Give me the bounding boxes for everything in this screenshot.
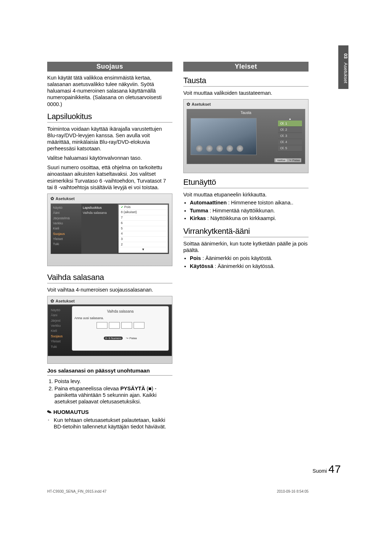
- virta-item-pois: Pois : Äänimerkki on pois käytöstä.: [190, 255, 309, 262]
- heading-vaihda-salasana: Vaihda salasana: [47, 273, 172, 282]
- shot2-pin-boxes: [74, 322, 166, 329]
- shot1-title: ✿Asetukset: [48, 194, 172, 202]
- shot2-nav: Näyttö Ääni Järjest Verkko Kieli Suojaus…: [51, 306, 72, 351]
- lapsiluokitus-p1: Toimintoa voidaan käyttää ikärajalla var…: [47, 126, 172, 152]
- suojaus-intro: Kun käytät tätä valikkoa ensimmäistä ker…: [47, 74, 172, 107]
- chapter-number: 03: [343, 53, 348, 58]
- heading-virrankytkenta: Virrankytkentä-ääni: [183, 227, 309, 236]
- shot1-dropdown: Pois 8 (aikuiset) 7 6 5 4 3 2 ▼: [118, 204, 168, 253]
- shot2-panel: Vaihda salasana Anna uusi salasana. 0~9 …: [72, 306, 169, 351]
- rule: [47, 375, 172, 376]
- shot3-preview: [191, 118, 257, 155]
- forgot-password-steps: Poista levy. Paina etupaneelissa olevaa …: [47, 378, 172, 405]
- lapsiluokitus-p2: Valitse haluamasi käytönvalvonnan taso.: [47, 155, 172, 161]
- print-footer: HT-C9930_SENA_FIN_0915.indd 47 2010-09-1…: [47, 489, 309, 493]
- shot3-home-icons: [196, 145, 243, 152]
- section-bar-suojaus: Suojaus: [47, 62, 172, 72]
- shot3-title: ✿Asetukset: [184, 99, 308, 107]
- heading-unohtunut: Jos salasanasi on päässyt unohtumaan: [47, 367, 172, 374]
- shot1-mid: Lapsiluokitus Vaihda salasana: [81, 204, 118, 254]
- virta-p: Soittaa äänimerkin, kun tuote kytketään …: [183, 240, 309, 253]
- right-column: Yleiset Tausta Voit muuttaa valikoiden t…: [183, 62, 309, 430]
- screenshot-lapsiluokitus: ✿Asetukset Näyttö Ääni Järjestelmä Verkk…: [47, 194, 172, 266]
- note-heading: ✎HUOMAUTUS: [47, 409, 172, 415]
- heading-lapsiluokitus: Lapsiluokitus: [47, 112, 172, 121]
- tausta-p: Voit muuttaa valikoiden taustateeman.: [183, 90, 309, 96]
- note-icon: ✎: [46, 408, 53, 416]
- shot2-panel-title: Vaihda salasana: [74, 309, 166, 316]
- shot2-sub: Anna uusi salasana.: [74, 316, 166, 320]
- rule: [47, 122, 172, 123]
- shot3-option-list: ▲ Ol. 1 Ol. 2 Ol. 3 Ol. 4 Ol. 5: [278, 117, 302, 151]
- note-body: Kun tehtaan oletusasetukset palautetaan,…: [47, 417, 172, 430]
- print-footer-right: 2010-09-16 8:54:05: [277, 489, 309, 493]
- etun-item-kirkas: Kirkas : Näyttöikkuna on kirkkaampi.: [190, 215, 309, 222]
- step-1: Poista levy.: [54, 378, 172, 385]
- shot1-nav: Näyttö Ääni Järjestelmä Verkko Kieli Suo…: [51, 204, 81, 254]
- heading-etunaytto: Etunäyttö: [183, 178, 309, 187]
- etunaytto-p: Voit muuttaa etupaneelin kirkkautta.: [183, 191, 309, 198]
- page-footer: Suomi 47: [313, 463, 341, 475]
- rule: [47, 283, 172, 284]
- screenshot-vaihda-salasana: ✿Asetukset Näyttö Ääni Järjest Verkko Ki…: [47, 296, 172, 364]
- shot2-title: ✿Asetukset: [48, 296, 172, 304]
- gear-icon: ✿: [50, 298, 54, 304]
- shot2-buttons: 0~9 Numero ↪ Palaa: [74, 337, 166, 340]
- virta-list: Pois : Äänimerkki on pois käytöstä. Käyt…: [183, 255, 309, 270]
- etun-item-auto: Automaattinen : Himmenee toiston aikana.…: [190, 199, 309, 207]
- gear-icon: ✿: [187, 102, 190, 107]
- chapter-tab: 03 Asetukset: [338, 45, 348, 89]
- section-bar-yleiset: Yleiset: [183, 62, 309, 72]
- footer-lang: Suomi: [313, 468, 327, 474]
- screenshot-tausta: ✿Asetukset Tausta ▲ Ol. 1 Ol. 2 Ol. 3 Ol…: [183, 99, 309, 173]
- page-content: Suojaus Kun käytät tätä valikkoa ensimmä…: [47, 62, 309, 430]
- etunaytto-list: Automaattinen : Himmenee toiston aikana.…: [183, 199, 309, 222]
- heading-tausta: Tausta: [183, 76, 309, 85]
- chapter-label: Asetukset: [343, 62, 348, 83]
- gear-icon: ✿: [50, 196, 54, 201]
- shot3-hint: Valitse ↪ Palaa: [274, 158, 301, 162]
- rule: [183, 86, 309, 87]
- rule: [183, 237, 309, 237]
- left-column: Suojaus Kun käytät tätä valikkoa ensimmä…: [47, 62, 172, 430]
- shot3-panel-title: Tausta: [187, 109, 305, 116]
- etun-item-tumma: Tumma : Himmentää näyttöikkunan.: [190, 207, 309, 215]
- footer-page-number: 47: [328, 463, 341, 475]
- virta-item-kaytossa: Käytössä : Äänimerkki on käytössä.: [190, 263, 309, 270]
- lapsiluokitus-p3: Suuri numero osoittaa, että ohjelma on t…: [47, 164, 172, 191]
- vaihda-p1: Voit vaihtaa 4-numeroisen suojaussalasan…: [47, 286, 172, 293]
- step-2: Paina etupaneelissa olevaa PYSÄYTÄ (■) -…: [54, 385, 172, 405]
- print-footer-left: HT-C9930_SENA_FIN_0915.indd 47: [47, 489, 106, 493]
- rule: [183, 188, 309, 188]
